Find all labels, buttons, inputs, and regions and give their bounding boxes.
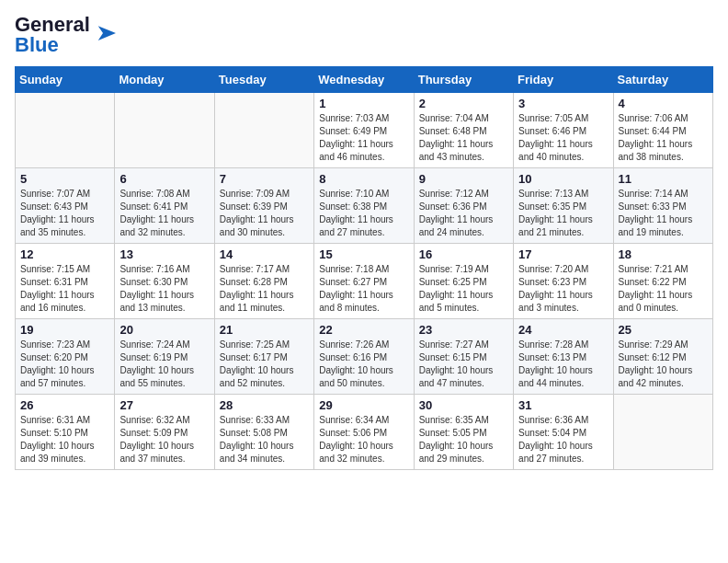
day-number: 28 <box>220 398 309 412</box>
day-cell: 4Sunrise: 7:06 AM Sunset: 6:44 PM Daylig… <box>613 93 712 168</box>
day-cell: 30Sunrise: 6:35 AM Sunset: 5:05 PM Dayli… <box>414 395 513 470</box>
day-cell: 1Sunrise: 7:03 AM Sunset: 6:49 PM Daylig… <box>314 93 414 168</box>
logo-icon <box>90 26 116 40</box>
weekday-header-wednesday: Wednesday <box>314 67 414 93</box>
day-cell: 9Sunrise: 7:12 AM Sunset: 6:36 PM Daylig… <box>414 168 513 244</box>
day-cell: 21Sunrise: 7:25 AM Sunset: 6:17 PM Dayli… <box>214 319 313 395</box>
weekday-header-friday: Friday <box>514 67 613 93</box>
day-number: 22 <box>319 323 408 337</box>
day-number: 7 <box>220 172 309 186</box>
week-row-3: 12Sunrise: 7:15 AM Sunset: 6:31 PM Dayli… <box>16 244 713 319</box>
day-cell: 19Sunrise: 7:23 AM Sunset: 6:20 PM Dayli… <box>16 319 115 395</box>
day-cell: 16Sunrise: 7:19 AM Sunset: 6:25 PM Dayli… <box>414 244 513 319</box>
calendar-body: 1Sunrise: 7:03 AM Sunset: 6:49 PM Daylig… <box>16 93 713 470</box>
day-info: Sunrise: 7:23 AM Sunset: 6:20 PM Dayligh… <box>20 339 109 390</box>
day-cell: 15Sunrise: 7:18 AM Sunset: 6:27 PM Dayli… <box>314 244 414 319</box>
day-cell: 14Sunrise: 7:17 AM Sunset: 6:28 PM Dayli… <box>214 244 313 319</box>
day-number: 30 <box>419 398 508 412</box>
day-number: 12 <box>20 247 109 261</box>
calendar-table: SundayMondayTuesdayWednesdayThursdayFrid… <box>15 66 713 470</box>
day-number: 1 <box>319 97 408 110</box>
day-info: Sunrise: 7:19 AM Sunset: 6:25 PM Dayligh… <box>419 263 508 315</box>
day-cell: 22Sunrise: 7:26 AM Sunset: 6:16 PM Dayli… <box>314 319 414 395</box>
day-info: Sunrise: 6:36 AM Sunset: 5:04 PM Dayligh… <box>518 414 608 465</box>
day-cell: 5Sunrise: 7:07 AM Sunset: 6:43 PM Daylig… <box>16 168 115 244</box>
header: GeneralBlue <box>15 15 713 55</box>
day-number: 26 <box>20 398 109 412</box>
day-info: Sunrise: 7:07 AM Sunset: 6:43 PM Dayligh… <box>20 188 109 239</box>
day-cell <box>115 93 214 168</box>
day-number: 2 <box>419 97 508 110</box>
day-cell: 3Sunrise: 7:05 AM Sunset: 6:46 PM Daylig… <box>514 93 613 168</box>
day-info: Sunrise: 6:33 AM Sunset: 5:08 PM Dayligh… <box>220 414 309 465</box>
day-info: Sunrise: 7:12 AM Sunset: 6:36 PM Dayligh… <box>419 188 508 239</box>
week-row-5: 26Sunrise: 6:31 AM Sunset: 5:10 PM Dayli… <box>16 395 713 470</box>
day-cell: 18Sunrise: 7:21 AM Sunset: 6:22 PM Dayli… <box>613 244 712 319</box>
day-number: 20 <box>119 323 209 337</box>
logo: GeneralBlue <box>15 15 116 55</box>
day-cell <box>613 395 712 470</box>
weekday-header-thursday: Thursday <box>414 67 513 93</box>
day-cell: 20Sunrise: 7:24 AM Sunset: 6:19 PM Dayli… <box>115 319 214 395</box>
day-info: Sunrise: 7:15 AM Sunset: 6:31 PM Dayligh… <box>20 263 109 315</box>
day-info: Sunrise: 7:14 AM Sunset: 6:33 PM Dayligh… <box>619 188 708 239</box>
day-cell: 26Sunrise: 6:31 AM Sunset: 5:10 PM Dayli… <box>16 395 115 470</box>
day-number: 15 <box>319 247 408 261</box>
day-number: 31 <box>518 398 608 412</box>
day-cell: 29Sunrise: 6:34 AM Sunset: 5:06 PM Dayli… <box>314 395 414 470</box>
day-cell: 13Sunrise: 7:16 AM Sunset: 6:30 PM Dayli… <box>115 244 214 319</box>
day-info: Sunrise: 7:28 AM Sunset: 6:13 PM Dayligh… <box>518 339 608 390</box>
day-cell <box>214 93 313 168</box>
day-cell: 6Sunrise: 7:08 AM Sunset: 6:41 PM Daylig… <box>115 168 214 244</box>
week-row-2: 5Sunrise: 7:07 AM Sunset: 6:43 PM Daylig… <box>16 168 713 244</box>
day-cell: 17Sunrise: 7:20 AM Sunset: 6:23 PM Dayli… <box>514 244 613 319</box>
day-cell: 11Sunrise: 7:14 AM Sunset: 6:33 PM Dayli… <box>613 168 712 244</box>
day-cell: 27Sunrise: 6:32 AM Sunset: 5:09 PM Dayli… <box>115 395 214 470</box>
day-number: 13 <box>119 247 209 261</box>
day-info: Sunrise: 7:20 AM Sunset: 6:23 PM Dayligh… <box>518 263 608 315</box>
weekday-header-row: SundayMondayTuesdayWednesdayThursdayFrid… <box>16 67 713 93</box>
day-number: 3 <box>518 97 608 110</box>
day-cell: 23Sunrise: 7:27 AM Sunset: 6:15 PM Dayli… <box>414 319 513 395</box>
day-info: Sunrise: 6:35 AM Sunset: 5:05 PM Dayligh… <box>419 414 508 465</box>
day-info: Sunrise: 7:06 AM Sunset: 6:44 PM Dayligh… <box>619 112 708 164</box>
day-info: Sunrise: 7:05 AM Sunset: 6:46 PM Dayligh… <box>518 112 608 164</box>
day-cell: 25Sunrise: 7:29 AM Sunset: 6:12 PM Dayli… <box>613 319 712 395</box>
day-number: 8 <box>319 172 408 186</box>
day-number: 18 <box>619 247 708 261</box>
weekday-header-monday: Monday <box>115 67 214 93</box>
week-row-4: 19Sunrise: 7:23 AM Sunset: 6:20 PM Dayli… <box>16 319 713 395</box>
logo-blue: Blue <box>15 33 59 56</box>
day-number: 9 <box>419 172 508 186</box>
day-info: Sunrise: 7:10 AM Sunset: 6:38 PM Dayligh… <box>319 188 408 239</box>
day-cell: 24Sunrise: 7:28 AM Sunset: 6:13 PM Dayli… <box>514 319 613 395</box>
day-number: 11 <box>619 172 708 186</box>
day-number: 16 <box>419 247 508 261</box>
day-number: 29 <box>319 398 408 412</box>
day-info: Sunrise: 7:26 AM Sunset: 6:16 PM Dayligh… <box>319 339 408 390</box>
day-info: Sunrise: 7:18 AM Sunset: 6:27 PM Dayligh… <box>319 263 408 315</box>
day-info: Sunrise: 6:32 AM Sunset: 5:09 PM Dayligh… <box>119 414 209 465</box>
day-number: 27 <box>119 398 209 412</box>
day-cell: 10Sunrise: 7:13 AM Sunset: 6:35 PM Dayli… <box>514 168 613 244</box>
day-number: 10 <box>518 172 608 186</box>
day-info: Sunrise: 7:21 AM Sunset: 6:22 PM Dayligh… <box>619 263 708 315</box>
day-info: Sunrise: 6:34 AM Sunset: 5:06 PM Dayligh… <box>319 414 408 465</box>
logo-text: GeneralBlue <box>15 15 90 55</box>
day-info: Sunrise: 7:27 AM Sunset: 6:15 PM Dayligh… <box>419 339 508 390</box>
day-number: 25 <box>619 323 708 337</box>
day-number: 19 <box>20 323 109 337</box>
weekday-header-sunday: Sunday <box>16 67 115 93</box>
weekday-header-tuesday: Tuesday <box>214 67 313 93</box>
svg-marker-0 <box>98 26 116 40</box>
day-number: 14 <box>220 247 309 261</box>
day-number: 24 <box>518 323 608 337</box>
day-cell <box>16 93 115 168</box>
day-info: Sunrise: 7:08 AM Sunset: 6:41 PM Dayligh… <box>119 188 209 239</box>
day-cell: 8Sunrise: 7:10 AM Sunset: 6:38 PM Daylig… <box>314 168 414 244</box>
day-number: 6 <box>119 172 209 186</box>
day-cell: 2Sunrise: 7:04 AM Sunset: 6:48 PM Daylig… <box>414 93 513 168</box>
day-info: Sunrise: 6:31 AM Sunset: 5:10 PM Dayligh… <box>20 414 109 465</box>
day-info: Sunrise: 7:16 AM Sunset: 6:30 PM Dayligh… <box>119 263 209 315</box>
day-info: Sunrise: 7:24 AM Sunset: 6:19 PM Dayligh… <box>119 339 209 390</box>
